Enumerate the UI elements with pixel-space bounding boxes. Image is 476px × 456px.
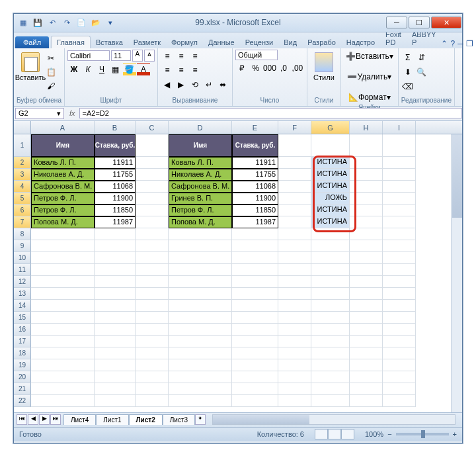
open-icon[interactable]: 📂 [89,17,102,28]
row-header[interactable]: 21 [14,383,31,395]
cell[interactable] [31,288,95,300]
cell[interactable] [278,216,311,228]
table2-name[interactable]: Коваль Л. П. [169,157,232,169]
cell[interactable] [169,395,232,407]
decrease-decimal-icon[interactable]: ,00 [291,62,304,75]
row-header[interactable]: 10 [14,252,31,264]
view-layout-icon[interactable] [328,429,341,439]
cell[interactable] [136,300,169,312]
cell[interactable] [136,288,169,300]
cell[interactable] [311,300,350,312]
cell[interactable] [311,264,350,276]
cell[interactable] [232,347,278,359]
zoom-in-icon[interactable]: + [453,430,457,438]
cell[interactable] [232,300,278,312]
cell[interactable] [311,371,350,383]
cell[interactable] [311,347,350,359]
cell[interactable] [232,383,278,395]
align-right-icon[interactable]: ≡ [188,64,202,77]
view-normal-icon[interactable] [315,429,328,439]
col-header-A[interactable]: A [31,121,95,134]
cell[interactable] [278,383,311,395]
col-header-G[interactable]: G [311,121,350,134]
italic-icon[interactable]: К [81,63,95,76]
cell[interactable] [278,181,311,193]
table1-name[interactable]: Коваль Л. П. [31,157,95,169]
table1-rate[interactable]: 11755 [95,169,136,181]
table1-name[interactable]: Сафронова В. М. [31,181,95,193]
cell[interactable] [278,252,311,264]
excel-icon[interactable]: ▦ [17,17,30,28]
horizontal-scrollbar[interactable] [212,414,456,425]
cell[interactable] [350,312,383,324]
help-icon[interactable]: ? [450,39,455,48]
cell[interactable] [232,324,278,336]
cell[interactable] [350,336,383,347]
cell[interactable] [383,264,416,276]
row-header[interactable]: 22 [14,395,31,407]
cell[interactable] [311,324,350,336]
increase-indent-icon[interactable]: ▶ [175,78,188,91]
cell[interactable] [169,347,232,359]
cell[interactable] [350,288,383,300]
table1-name[interactable]: Николаев А. Д. [31,169,95,181]
table2-name[interactable]: Николаев А. Д. [169,169,232,181]
tab-view[interactable]: Вид [278,36,302,48]
cell[interactable] [95,288,136,300]
cell[interactable] [95,336,136,347]
table2-name[interactable]: Петров Ф. Л. [169,205,232,216]
zoom-slider[interactable] [396,433,449,435]
cell[interactable] [311,359,350,371]
cell[interactable] [383,336,416,347]
cell[interactable] [232,288,278,300]
percent-icon[interactable]: % [249,62,262,75]
row-header[interactable]: 7 [14,216,31,228]
font-size-input[interactable] [111,50,131,61]
clear-icon[interactable]: ⌫ [401,80,415,93]
align-top-icon[interactable]: ≡ [161,50,174,63]
cell[interactable] [136,169,169,181]
sheet-nav-next-icon[interactable]: ▶ [39,414,50,425]
col-header-H[interactable]: H [350,121,383,134]
cell[interactable] [169,252,232,264]
merge-icon[interactable]: ⬌ [216,78,229,91]
cell[interactable] [383,157,416,169]
result-cell[interactable]: ИСТИНА [311,181,350,193]
cell[interactable] [278,276,311,288]
table2-rate[interactable]: 11755 [232,169,278,181]
qat-dropdown-icon[interactable]: ▾ [104,17,117,28]
cell[interactable] [311,336,350,347]
cell[interactable] [136,312,169,324]
row-header[interactable]: 3 [14,169,31,181]
cell[interactable] [278,193,311,205]
table2-rate[interactable]: 11900 [232,193,278,205]
cell[interactable] [95,324,136,336]
sort-filter-icon[interactable]: ⇵ [415,51,428,64]
cell[interactable] [350,276,383,288]
cell[interactable] [232,252,278,264]
cell[interactable] [383,324,416,336]
table2-name[interactable]: Гринев В. П. [169,193,232,205]
cell[interactable] [95,276,136,288]
col-header-D[interactable]: D [169,121,232,134]
fill-color-icon[interactable]: 🪣 [123,63,136,76]
cell[interactable] [311,240,350,252]
table1-rate[interactable]: 11987 [95,216,136,228]
cell[interactable] [350,205,383,216]
cell[interactable] [350,216,383,228]
align-left-icon[interactable]: ≡ [161,64,174,77]
cell[interactable] [95,312,136,324]
cell[interactable] [136,383,169,395]
cell[interactable] [383,276,416,288]
cell[interactable] [383,347,416,359]
cell[interactable] [350,134,383,157]
autosum-icon[interactable]: Σ [401,51,415,64]
cell[interactable] [278,324,311,336]
doc-restore-icon[interactable]: ❐ [466,39,473,48]
cell[interactable] [350,169,383,181]
cell[interactable] [383,228,416,240]
cell[interactable] [169,300,232,312]
table1-rate[interactable]: 11068 [95,181,136,193]
doc-minimize-icon[interactable]: ─ [457,39,463,48]
cell[interactable] [31,395,95,407]
